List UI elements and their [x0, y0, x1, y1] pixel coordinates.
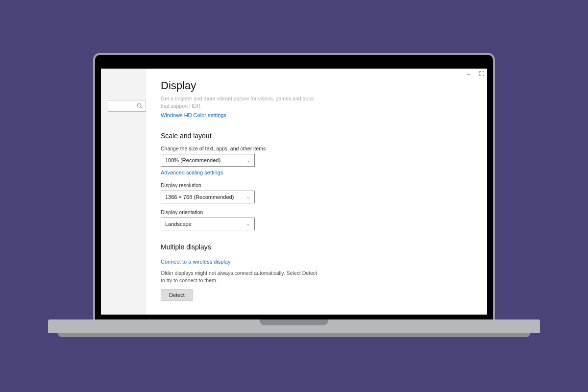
- screen-bezel: – ⛶ Display Get a brighter and more vibr…: [93, 53, 495, 323]
- orientation-value: Landscape: [165, 221, 192, 227]
- text-size-value: 100% (Recommended): [165, 157, 220, 163]
- laptop-notch: [260, 319, 328, 325]
- advanced-scaling-link[interactable]: Advanced scaling settings: [161, 170, 223, 175]
- laptop-foot: [58, 333, 530, 337]
- laptop-hinge: [48, 319, 540, 333]
- resolution-dropdown[interactable]: 1366 × 768 (Recommended) ⌄: [161, 191, 255, 203]
- scale-heading: Scale and layout: [161, 132, 472, 140]
- search-input[interactable]: [108, 100, 146, 112]
- window-titlebar: – ⛶: [467, 69, 487, 78]
- orientation-label: Display orientation: [161, 209, 472, 215]
- text-size-label: Change the size of text, apps, and other…: [161, 146, 472, 151]
- svg-line-1: [141, 107, 142, 108]
- search-icon: [137, 103, 143, 109]
- hdr-description: Get a brighter and more vibrant picture …: [161, 95, 318, 109]
- orientation-dropdown[interactable]: Landscape ⌄: [161, 218, 255, 230]
- laptop-mockup: – ⛶ Display Get a brighter and more vibr…: [93, 53, 495, 323]
- chevron-down-icon: ⌄: [246, 221, 250, 226]
- maximize-button[interactable]: ⛶: [479, 71, 484, 76]
- multiple-displays-heading: Multiple displays: [161, 243, 472, 251]
- laptop-base: [48, 319, 540, 341]
- settings-content: Display Get a brighter and more vibrant …: [146, 69, 487, 315]
- svg-point-0: [138, 104, 142, 108]
- page-title: Display: [161, 79, 472, 92]
- resolution-value: 1366 × 768 (Recommended): [165, 194, 234, 200]
- detect-button[interactable]: Detect: [161, 289, 193, 301]
- minimize-button[interactable]: –: [467, 71, 470, 76]
- detect-description: Older displays might not always connect …: [161, 270, 318, 284]
- wireless-display-link[interactable]: Connect to a wireless display: [161, 259, 230, 265]
- settings-sidebar: [101, 69, 146, 315]
- chevron-down-icon: ⌄: [246, 158, 250, 163]
- settings-window: – ⛶ Display Get a brighter and more vibr…: [101, 69, 487, 315]
- hdr-settings-link[interactable]: Windows HD Color settings: [161, 112, 226, 118]
- resolution-label: Display resolution: [161, 182, 472, 188]
- chevron-down-icon: ⌄: [246, 195, 250, 199]
- text-size-dropdown[interactable]: 100% (Recommended) ⌄: [161, 154, 255, 167]
